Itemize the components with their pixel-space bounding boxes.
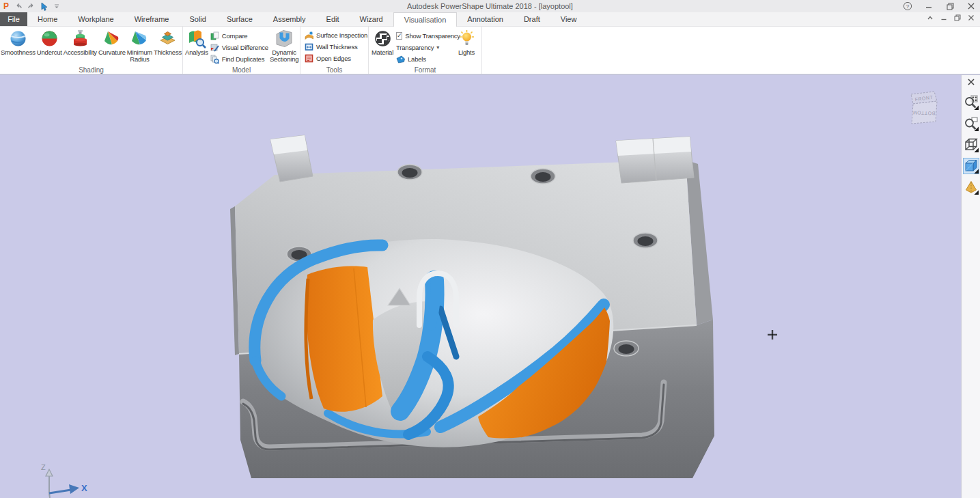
- ribbon: Smoothness Undercut Accessibilit: [0, 27, 980, 75]
- tab-annotation[interactable]: Annotation: [457, 12, 514, 26]
- curvature-cone-icon: [102, 27, 121, 49]
- button-label: Undercut: [37, 49, 62, 56]
- visual-difference-button[interactable]: Visual Difference: [210, 42, 268, 52]
- button-label: Lights: [458, 49, 475, 56]
- minimize-button[interactable]: [924, 1, 934, 11]
- axis-triad: Z X: [41, 463, 87, 498]
- open-edges-icon: [305, 54, 313, 63]
- corner-post-right: [616, 137, 694, 183]
- button-label: Thickness: [154, 49, 182, 56]
- tab-visualisation[interactable]: Visualisation: [393, 12, 458, 27]
- tab-edit[interactable]: Edit: [316, 12, 350, 26]
- help-button[interactable]: ?: [903, 1, 912, 11]
- cursor-tool-icon[interactable]: [41, 2, 49, 11]
- quick-access-dropdown-icon[interactable]: [54, 3, 59, 10]
- tab-workplane[interactable]: Workplane: [68, 12, 124, 26]
- window-title: Autodesk PowerShape Ultimate 2018 - [lay…: [0, 2, 980, 10]
- material-icon: [374, 27, 392, 49]
- wireframe-view-button[interactable]: [963, 137, 979, 153]
- mold-block-model: [230, 135, 714, 478]
- lights-bulb-icon: [458, 27, 476, 49]
- redo-icon[interactable]: [27, 3, 36, 10]
- lights-button[interactable]: Lights: [453, 27, 479, 56]
- curvature-button[interactable]: Curvature: [98, 27, 126, 56]
- restore-doc-icon[interactable]: [954, 14, 961, 21]
- crosshair-cursor: [768, 330, 777, 340]
- button-label: Visual Difference: [222, 44, 268, 51]
- surface-inspection-button[interactable]: Surface Inspection: [305, 30, 368, 40]
- zoom-full-icon: [964, 95, 979, 110]
- ribbon-tab-bar: File Home Workplane Wireframe Solid Surf…: [0, 12, 980, 27]
- undercut-button[interactable]: Undercut: [36, 27, 63, 56]
- ribbon-group-model: Analysis Compare Visual Difference: [183, 27, 300, 74]
- checkbox-label: Show Transparency: [405, 32, 460, 40]
- minimize-doc-icon[interactable]: [940, 14, 947, 21]
- dynamic-sectioning-icon: [274, 27, 294, 49]
- button-label: Labels: [408, 55, 426, 63]
- material-button[interactable]: Material: [369, 27, 396, 56]
- tab-wireframe[interactable]: Wireframe: [124, 12, 180, 26]
- view-cube[interactable]: FRONT BOTTOM: [911, 92, 937, 124]
- tab-view[interactable]: View: [550, 12, 587, 26]
- find-duplicates-button[interactable]: Find Duplicates: [210, 54, 268, 64]
- accessibility-button[interactable]: Accessibility: [63, 27, 98, 56]
- pyramid-icon: [964, 180, 979, 195]
- restore-button[interactable]: [945, 1, 955, 11]
- button-label: Curvature: [98, 49, 126, 56]
- x-axis-label: X: [81, 483, 87, 493]
- analysis-icon: [186, 27, 207, 49]
- close-window-button[interactable]: [966, 1, 976, 11]
- viewport-3d[interactable]: FRONT BOTTOM Z X: [0, 75, 980, 498]
- group-label-tools: Tools: [300, 66, 368, 74]
- svg-text:?: ?: [906, 3, 910, 10]
- tab-assembly[interactable]: Assembly: [263, 12, 316, 26]
- corner-post-left: [270, 135, 313, 182]
- thickness-button[interactable]: Thickness: [153, 27, 182, 56]
- open-edges-button[interactable]: Open Edges: [305, 53, 368, 63]
- z-axis-label: Z: [41, 463, 46, 471]
- group-label-format: Format: [369, 66, 481, 74]
- visual-difference-icon: [210, 43, 219, 52]
- analysis-button[interactable]: Analysis: [183, 27, 210, 56]
- shaded-view-button[interactable]: [963, 158, 979, 174]
- accessibility-cylinder-icon: [71, 27, 89, 49]
- wireframe-cube-icon: [964, 137, 979, 152]
- labels-tag-icon: [396, 55, 405, 64]
- button-label: Accessibility: [64, 49, 97, 56]
- button-label: Wall Thickness: [316, 43, 358, 51]
- undo-icon[interactable]: [14, 3, 23, 10]
- tab-surface[interactable]: Surface: [216, 12, 263, 26]
- dynamic-sectioning-button[interactable]: Dynamic Sectioning: [268, 27, 300, 63]
- minimum-radius-button[interactable]: Minimum Radius: [126, 27, 153, 63]
- tab-home[interactable]: Home: [27, 12, 68, 26]
- button-label: Open Edges: [316, 55, 351, 62]
- smoothness-sphere-icon: [9, 27, 27, 49]
- button-label: Surface Inspection: [316, 31, 367, 39]
- wall-thickness-button[interactable]: Wall Thickness: [305, 42, 368, 51]
- close-view-icon[interactable]: [967, 78, 975, 86]
- pyramid-view-button[interactable]: [963, 179, 979, 195]
- group-label-model: Model: [183, 66, 300, 74]
- zoom-box-button[interactable]: [963, 115, 979, 132]
- ribbon-group-tools: Surface Inspection Wall Thickness Open E…: [300, 27, 369, 74]
- group-label-shading: Shading: [0, 66, 182, 74]
- transparency-dropdown[interactable]: Transparency ▾: [396, 42, 453, 52]
- powershape-logo: P: [3, 2, 9, 10]
- collapse-ribbon-icon[interactable]: [927, 14, 934, 21]
- tab-solid[interactable]: Solid: [179, 12, 216, 26]
- show-transparency-checkbox[interactable]: ✓ Show Transparency: [396, 31, 453, 40]
- button-label: Material: [372, 49, 393, 56]
- tab-wizard[interactable]: Wizard: [350, 12, 393, 26]
- smoothness-button[interactable]: Smoothness: [0, 27, 36, 56]
- tab-draft[interactable]: Draft: [514, 12, 550, 26]
- button-label: Dynamic Sectioning: [269, 49, 299, 63]
- compare-button[interactable]: Compare: [210, 31, 268, 40]
- zoom-full-button[interactable]: [963, 94, 979, 111]
- scene-canvas: FRONT BOTTOM Z X: [0, 75, 980, 498]
- tab-file[interactable]: File: [0, 12, 27, 26]
- shaded-cube-icon: [964, 158, 979, 174]
- titlebar: P Autodesk PowerShape Ultimate 2018 - [l…: [0, 0, 980, 12]
- labels-button[interactable]: Labels: [396, 54, 453, 64]
- ribbon-group-shading: Smoothness Undercut Accessibilit: [0, 27, 183, 74]
- close-doc-icon[interactable]: [968, 14, 975, 21]
